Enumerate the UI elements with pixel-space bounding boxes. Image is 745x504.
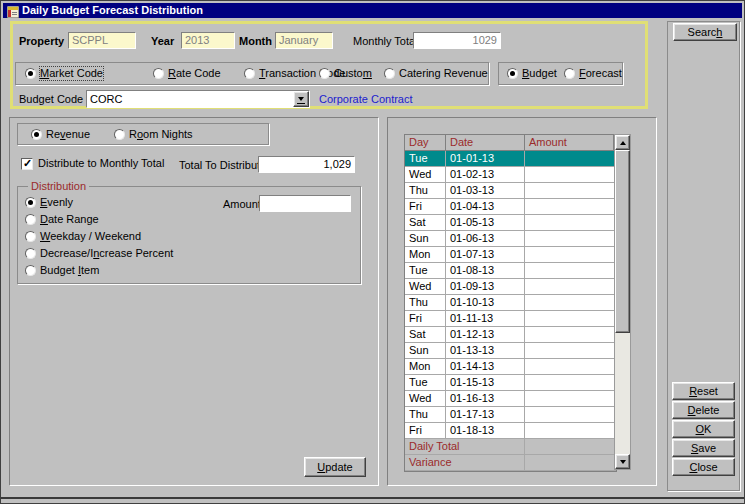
daily-budget-forecast-window: Daily Budget Forecast Distribution Prope… [0,0,745,504]
cell-amount [525,375,614,390]
radio-label: Catering Revenue [399,67,488,80]
cell-day: Thu [405,407,446,422]
cell-date: 01-16-13 [446,391,525,406]
table-row[interactable]: Fri01-04-13 [405,199,616,215]
table-row[interactable]: Sun01-13-13 [405,343,616,359]
ok-button[interactable]: OK [672,420,735,438]
radio-label: Date Range [40,213,99,226]
table-row[interactable]: Sun01-06-13 [405,231,616,247]
cell-date: 01-11-13 [446,311,525,326]
table-row[interactable]: Thu01-03-13 [405,183,616,199]
cell-amount [525,311,614,326]
table-header-row: Day Date Amount [405,135,616,151]
close-button[interactable]: Close [672,458,735,476]
window-icon [7,6,19,18]
table-row[interactable]: Tue01-15-13 [405,375,616,391]
cell-day: Tue [405,263,446,278]
table-row[interactable]: Sat01-12-13 [405,327,616,343]
radio-icon [25,265,36,276]
delete-button[interactable]: Delete [672,401,735,419]
radio-icon [564,68,575,79]
table-row[interactable]: Mon01-07-13 [405,247,616,263]
table-scrollbar[interactable] [614,134,631,470]
footer-label: Daily Total [405,439,525,454]
radio-decrease-increase-percent[interactable]: Decrease/Increase Percent [25,247,173,260]
radio-icon [114,129,125,140]
radio-icon [25,248,36,259]
radio-revenue[interactable]: Revenue [31,128,90,141]
table-row[interactable]: Tue01-08-13 [405,263,616,279]
radio-label: Custom [334,67,372,80]
table-row[interactable]: Sat01-05-13 [405,215,616,231]
column-header-date[interactable]: Date [446,135,525,150]
scroll-up-button[interactable] [615,135,630,150]
amount-field[interactable] [259,195,351,212]
cell-day: Wed [405,167,446,182]
cell-amount [525,407,614,422]
year-label: Year [151,35,174,48]
radio-rate-code[interactable]: Rate Code [153,67,221,80]
cell-day: Mon [405,359,446,374]
property-label: Property [19,35,64,48]
table-row[interactable]: Mon01-14-13 [405,359,616,375]
footer-amount [525,455,614,470]
radio-icon [25,197,36,208]
total-to-distribute-field[interactable]: 1,029 [258,156,355,173]
radio-budget[interactable]: Budget [507,67,557,80]
cell-day: Fri [405,199,446,214]
title-bar[interactable]: Daily Budget Forecast Distribution [3,3,742,18]
footer-label: Variance [405,455,525,470]
cell-date: 01-12-13 [446,327,525,342]
table-row[interactable]: Thu01-10-13 [405,295,616,311]
cell-amount [525,167,614,182]
cell-date: 01-10-13 [446,295,525,310]
table-row[interactable]: Wed01-16-13 [405,391,616,407]
radio-label: Weekday / Weekend [40,230,141,243]
radio-custom[interactable]: Custom [319,67,372,80]
radio-catering-revenue[interactable]: Catering Revenue [384,67,488,80]
radio-icon [244,68,255,79]
cell-date: 01-13-13 [446,343,525,358]
radio-date-range[interactable]: Date Range [25,213,99,226]
save-button[interactable]: Save [672,439,735,457]
distribution-groupbox-title: Distribution [28,180,89,193]
column-header-amount[interactable]: Amount [525,135,614,150]
budget-code-description: Corporate Contract [319,93,413,106]
cell-date: 01-18-13 [446,423,525,438]
cell-amount [525,279,614,294]
radio-label: Forecast [579,67,622,80]
budget-table-body: Tue01-01-13Wed01-02-13Thu01-03-13Fri01-0… [405,151,616,471]
update-button[interactable]: Update [304,457,366,477]
budget-code-combobox[interactable]: CORC [86,90,310,108]
property-field: SCPPL [68,32,136,49]
column-header-day[interactable]: Day [405,135,446,150]
arrow-down-icon [620,460,626,464]
cell-date: 01-05-13 [446,215,525,230]
footer-amount [525,439,614,454]
cell-day: Thu [405,295,446,310]
cell-day: Wed [405,391,446,406]
cell-amount [525,247,614,262]
table-row[interactable]: Thu01-17-13 [405,407,616,423]
cell-date: 01-09-13 [446,279,525,294]
radio-weekday-weekend[interactable]: Weekday / Weekend [25,230,141,243]
table-row[interactable]: Wed01-02-13 [405,167,616,183]
table-row[interactable]: Fri01-18-13 [405,423,616,439]
daily-amounts-table: Day Date Amount Tue01-01-13Wed01-02-13Th… [404,134,617,472]
scrollbar-thumb[interactable] [615,150,630,333]
dropdown-underline-icon [297,103,305,104]
radio-budget-item[interactable]: Budget Item [25,264,99,277]
distribute-to-monthly-total-checkbox[interactable]: Distribute to Monthly Total [21,157,164,170]
radio-forecast[interactable]: Forecast [564,67,622,80]
table-row[interactable]: Tue01-01-13 [405,151,616,167]
radio-market-code[interactable]: Market Code [25,67,103,80]
budget-code-dropdown-button[interactable] [293,91,309,107]
radio-room-nights[interactable]: Room Nights [114,128,193,141]
table-row[interactable]: Wed01-09-13 [405,279,616,295]
monthly-total-label: Monthly Total [353,35,418,48]
cell-day: Mon [405,247,446,262]
radio-evenly[interactable]: Evenly [25,196,73,209]
scroll-down-button[interactable] [615,454,630,469]
reset-button[interactable]: Reset [672,382,735,400]
table-row[interactable]: Fri01-11-13 [405,311,616,327]
